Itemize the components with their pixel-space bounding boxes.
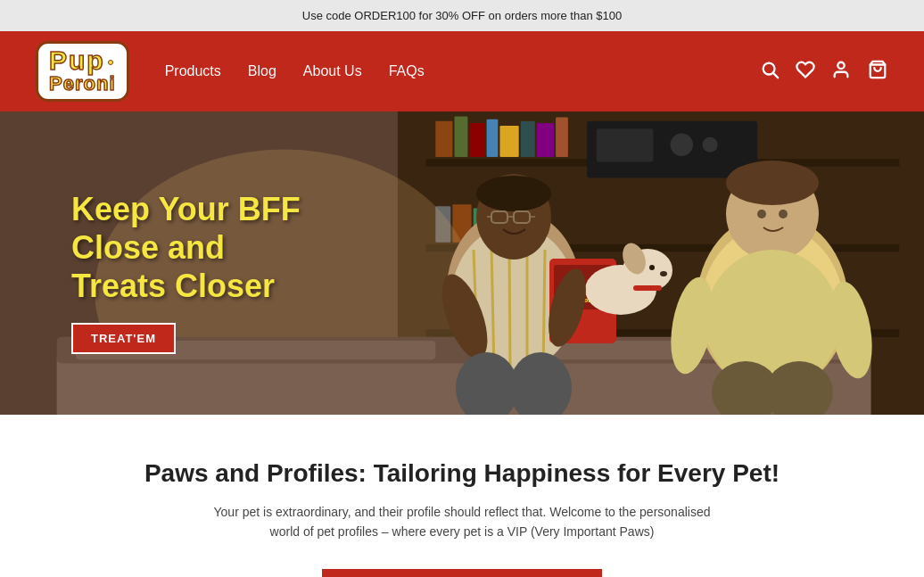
nav-faqs[interactable]: FAQs (389, 63, 425, 79)
section-description: Your pet is extraordinary, and their pro… (212, 502, 712, 542)
hero-headline-line1: Keep Your BFF (71, 190, 301, 228)
search-icon[interactable] (760, 60, 780, 84)
svg-point-54 (649, 265, 655, 270)
hero-headline-line3: Treats Closer (71, 267, 301, 305)
wishlist-icon[interactable] (796, 60, 815, 84)
logo[interactable]: Pup Peroni (36, 41, 129, 102)
svg-point-65 (779, 210, 788, 218)
logo-pup: Pup (49, 47, 116, 74)
nav-about[interactable]: About Us (303, 63, 362, 79)
hero-text: Keep Your BFF Close and Treats Closer TR… (0, 172, 301, 355)
account-icon[interactable] (831, 60, 851, 84)
svg-point-39 (476, 176, 551, 211)
svg-point-64 (757, 210, 766, 218)
hero-section: Keep Your BFF Close and Treats Closer TR… (0, 111, 924, 415)
hero-headline: Keep Your BFF Close and Treats Closer (71, 190, 301, 306)
svg-line-1 (773, 73, 778, 78)
announcement-bar: Use code ORDER100 for 30% OFF on orders … (0, 0, 924, 31)
nav-products[interactable]: Products (165, 63, 221, 79)
nav-blog[interactable]: Blog (248, 63, 276, 79)
section-title: Paws and Profiles: Tailoring Happiness f… (36, 459, 888, 488)
svg-line-37 (543, 250, 545, 370)
svg-rect-67 (750, 254, 795, 272)
hero-scene-svg: Pup Peroni (335, 111, 924, 415)
cart-icon[interactable] (867, 60, 888, 84)
treat-button[interactable]: TREAT'EM (71, 323, 176, 354)
header-icons (760, 60, 888, 84)
svg-line-35 (509, 245, 510, 374)
header: Pup Peroni Products Blog About Us FAQs (0, 31, 924, 111)
svg-point-63 (726, 161, 819, 205)
create-pet-profile-button[interactable]: CREATE YOUR PET PROFILE (322, 569, 602, 577)
paws-profiles-section: Paws and Profiles: Tailoring Happiness f… (0, 415, 924, 577)
logo-peroni: Peroni (49, 74, 115, 94)
svg-point-55 (660, 271, 667, 276)
hero-headline-line2: Close and (71, 228, 301, 267)
svg-point-2 (837, 62, 844, 68)
svg-rect-53 (633, 285, 662, 291)
logo-dot-icon (108, 60, 113, 65)
announcement-text: Use code ORDER100 for 30% OFF on orders … (302, 9, 622, 22)
main-nav: Products Blog About Us FAQs (165, 63, 760, 79)
